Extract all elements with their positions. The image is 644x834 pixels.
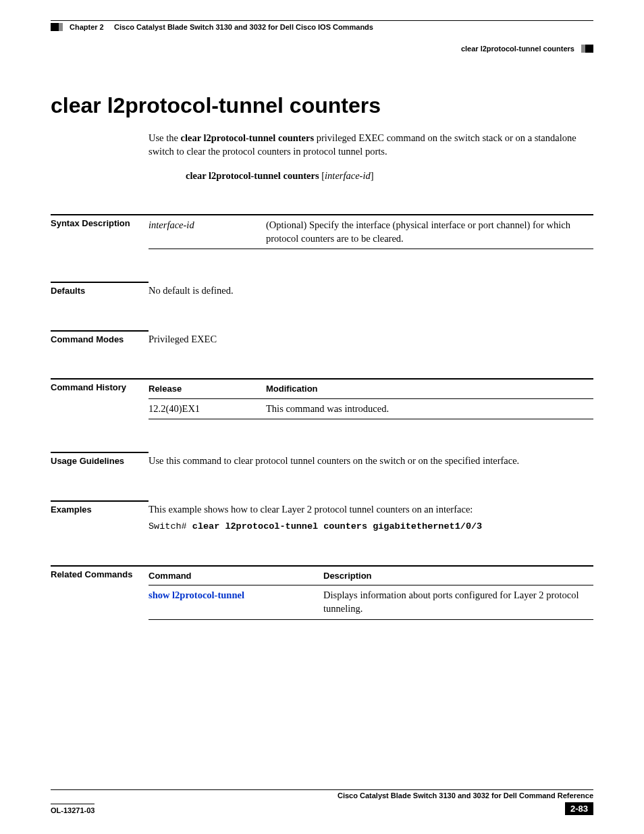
intro-command: clear l2protocol-tunnel counters <box>181 132 315 143</box>
page-footer: Cisco Catalyst Blade Switch 3130 and 303… <box>51 789 593 815</box>
page-title: clear l2protocol-tunnel counters <box>51 93 593 118</box>
related-cmd-link[interactable]: show l2protocol-tunnel <box>149 590 244 600</box>
syntax-table: interface-id (Optional) Specify the inte… <box>149 214 593 249</box>
section-syntax-description: Syntax Description interface-id (Optiona… <box>51 214 593 249</box>
section-label: Defaults <box>51 282 149 296</box>
section-label: Related Commands <box>51 565 149 579</box>
footer-doc-id: OL-13271-03 <box>51 804 95 814</box>
intro-paragraph: Use the clear l2protocol-tunnel counters… <box>149 132 593 158</box>
running-header: Chapter 2 Cisco Catalyst Blade Switch 31… <box>51 20 593 31</box>
intro-prefix: Use the <box>149 132 181 143</box>
example-command: clear l2protocol-tunnel counters gigabit… <box>192 521 482 531</box>
page: Chapter 2 Cisco Catalyst Blade Switch 31… <box>0 0 644 834</box>
related-head-desc: Description <box>323 566 593 585</box>
footer-book-title: Cisco Catalyst Blade Switch 3130 and 303… <box>338 791 593 800</box>
syntax-arg: interface-id <box>325 170 371 181</box>
header-ornament-icon <box>581 45 593 53</box>
syntax-arg-desc: (Optional) Specify the interface (physic… <box>266 215 593 249</box>
page-number-badge: 2-83 <box>565 802 593 815</box>
chapter-number: Chapter 2 <box>70 23 104 31</box>
history-release: 12.2(40)EX1 <box>149 398 266 419</box>
history-head-release: Release <box>149 379 266 398</box>
related-head-cmd: Command <box>149 566 323 585</box>
section-related-commands: Related Commands Command Description sho… <box>51 565 593 620</box>
syntax-usage: clear l2protocol-tunnel counters [interf… <box>186 170 593 182</box>
syntax-command: clear l2protocol-tunnel counters <box>186 170 319 181</box>
history-mod: This command was introduced. <box>266 398 593 419</box>
header-ornament-icon <box>51 23 63 31</box>
example-cli: Switch# clear l2protocol-tunnel counters… <box>149 521 593 533</box>
section-label: Syntax Description <box>51 214 149 228</box>
chapter-title: Cisco Catalyst Blade Switch 3130 and 303… <box>114 23 373 31</box>
usage-text: Use this command to clear protocol tunne… <box>149 452 593 468</box>
example-intro: This example shows how to clear Layer 2 … <box>149 503 593 517</box>
related-cmd-desc: Displays information about ports configu… <box>323 585 593 619</box>
section-examples: Examples This example shows how to clear… <box>51 500 593 533</box>
running-head-text: clear l2protocol-tunnel counters <box>461 45 574 53</box>
section-label: Examples <box>51 500 149 515</box>
example-prompt: Switch# <box>149 521 192 531</box>
defaults-text: No default is defined. <box>149 282 593 298</box>
section-label: Command Modes <box>51 330 149 344</box>
header-left: Chapter 2 Cisco Catalyst Blade Switch 31… <box>51 23 373 31</box>
section-label: Command History <box>51 378 149 392</box>
section-command-history: Command History Release Modification 12.… <box>51 378 593 419</box>
history-table: Release Modification 12.2(40)EX1 This co… <box>149 378 593 419</box>
section-usage-guidelines: Usage Guidelines Use this command to cle… <box>51 452 593 468</box>
syntax-arg-name: interface-id <box>149 215 266 249</box>
history-head-mod: Modification <box>266 379 593 398</box>
header-right: clear l2protocol-tunnel counters <box>51 31 593 53</box>
section-defaults: Defaults No default is defined. <box>51 282 593 298</box>
section-command-modes: Command Modes Privileged EXEC <box>51 330 593 346</box>
command-modes-text: Privileged EXEC <box>149 330 593 346</box>
section-label: Usage Guidelines <box>51 452 149 466</box>
related-table: Command Description show l2protocol-tunn… <box>149 565 593 620</box>
